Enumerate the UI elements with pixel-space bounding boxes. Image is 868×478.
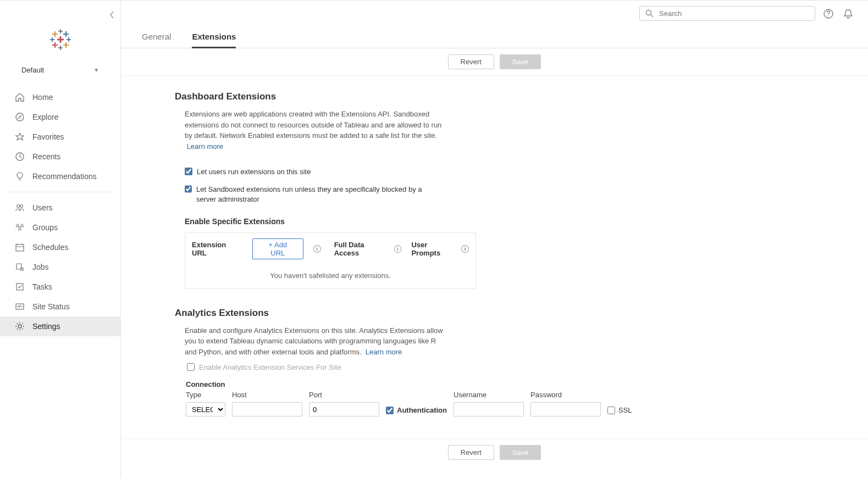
groups-icon <box>15 223 25 232</box>
let-sandboxed-run-label: Let Sandboxed extensions run unless they… <box>196 185 427 204</box>
let-sandboxed-run[interactable]: Let Sandboxed extensions run unless they… <box>185 185 427 204</box>
nav-divider <box>7 192 114 192</box>
site-selector[interactable]: Default ▼ <box>0 62 120 84</box>
ssl-toggle[interactable]: SSL <box>607 406 632 416</box>
enable-analytics-services-checkbox[interactable] <box>187 363 195 371</box>
extensions-table-header: Extension URL + Add URL i Full Data Acce… <box>185 233 476 265</box>
connection-username-field: Username <box>454 391 524 416</box>
username-label: Username <box>454 391 524 399</box>
extensions-table: Extension URL + Add URL i Full Data Acce… <box>185 232 476 289</box>
nav-schedules[interactable]: Schedules <box>0 237 120 257</box>
connection-row: Type SELECT Host Port Authentication <box>186 391 671 416</box>
col-extension-url: Extension URL <box>192 241 242 257</box>
nav-explore[interactable]: Explore <box>0 107 120 127</box>
info-icon[interactable]: i <box>461 245 469 253</box>
nav-groups[interactable]: Groups <box>0 218 120 237</box>
nav-home-label: Home <box>32 93 53 102</box>
gear-icon <box>15 321 25 331</box>
host-label: Host <box>232 391 302 399</box>
users-icon <box>15 203 25 213</box>
analytics-extensions-desc-text: Enable and configure Analytics Extension… <box>185 326 443 356</box>
search-icon <box>645 9 654 18</box>
nav-home[interactable]: Home <box>0 87 120 107</box>
add-url-button[interactable]: + Add URL <box>252 238 303 259</box>
col-extension-url-label: Extension URL <box>192 241 242 257</box>
nav-users[interactable]: Users <box>0 198 120 218</box>
nav-recents[interactable]: Recents <box>0 147 120 166</box>
svg-point-34 <box>646 10 651 15</box>
revert-button-bottom[interactable]: Revert <box>448 445 494 460</box>
svg-point-22 <box>20 205 23 208</box>
nav-tasks[interactable]: Tasks <box>0 277 120 297</box>
nav-recommendations[interactable]: Recommendations <box>0 166 120 186</box>
home-icon <box>15 92 25 102</box>
topbar <box>121 1 868 26</box>
nav-tasks-label: Tasks <box>32 282 52 291</box>
analytics-learn-more-link[interactable]: Learn more <box>366 348 402 356</box>
dashboard-learn-more-link[interactable]: Learn more <box>187 142 223 151</box>
svg-rect-26 <box>16 244 24 251</box>
ssl-checkbox[interactable] <box>607 407 615 414</box>
nav-site-status[interactable]: Site Status <box>0 297 120 316</box>
col-user-prompts: User Prompts i <box>411 241 469 257</box>
authentication-checkbox[interactable] <box>386 407 394 414</box>
actionbar-top: Revert Save <box>121 48 868 76</box>
type-label: Type <box>186 391 225 399</box>
let-sandboxed-run-checkbox[interactable] <box>185 185 192 193</box>
username-input[interactable] <box>454 402 524 416</box>
let-users-run-extensions[interactable]: Let users run extensions on this site <box>185 167 427 177</box>
tab-extensions[interactable]: Extensions <box>192 32 236 48</box>
nav-jobs-label: Jobs <box>32 263 49 271</box>
dashboard-extensions-title: Dashboard Extensions <box>175 91 671 102</box>
collapse-sidebar-icon[interactable] <box>109 10 115 19</box>
jobs-icon <box>15 262 25 272</box>
password-label: Password <box>530 391 601 399</box>
actionbar-bottom: Revert Save <box>121 438 868 466</box>
site-name: Default <box>21 66 44 74</box>
enable-specific-extensions-title: Enable Specific Extensions <box>185 217 671 226</box>
app-logo <box>0 1 120 62</box>
authentication-toggle[interactable]: Authentication <box>386 406 447 416</box>
compass-icon <box>15 112 25 122</box>
svg-point-37 <box>828 15 829 16</box>
search-box[interactable] <box>639 6 815 21</box>
save-button-bottom[interactable]: Save <box>500 445 541 460</box>
authentication-label: Authentication <box>397 406 447 414</box>
nav-settings[interactable]: Settings <box>0 316 120 336</box>
save-button[interactable]: Save <box>500 54 541 69</box>
enable-analytics-services[interactable]: Enable Analytics Extension Services For … <box>187 363 429 373</box>
main: General Extensions Revert Save Dashboard… <box>121 1 868 478</box>
connection-host-field: Host <box>232 391 302 416</box>
password-input[interactable] <box>530 402 601 416</box>
svg-point-33 <box>18 325 21 328</box>
svg-point-23 <box>16 224 19 226</box>
help-button[interactable] <box>822 7 835 20</box>
nav-recents-label: Recents <box>32 152 60 161</box>
chevron-down-icon: ▼ <box>93 67 99 73</box>
nav-jobs[interactable]: Jobs <box>0 257 120 277</box>
nav-status-label: Site Status <box>32 302 70 311</box>
star-icon <box>15 132 25 142</box>
nav-explore-label: Explore <box>32 113 58 121</box>
col-full-data-access: Full Data Access i <box>334 241 402 257</box>
svg-point-21 <box>17 205 20 208</box>
let-users-run-extensions-label: Let users run extensions on this site <box>197 167 311 177</box>
tab-general[interactable]: General <box>142 32 171 48</box>
search-input[interactable] <box>659 9 809 18</box>
svg-point-24 <box>21 224 23 226</box>
status-icon <box>15 302 25 312</box>
info-icon[interactable]: i <box>313 245 321 253</box>
notifications-button[interactable] <box>842 7 855 20</box>
host-input[interactable] <box>232 402 302 416</box>
info-icon[interactable]: i <box>394 245 402 253</box>
nav-settings-label: Settings <box>32 322 60 331</box>
type-select[interactable]: SELECT <box>186 402 225 416</box>
revert-button[interactable]: Revert <box>448 54 494 69</box>
ssl-label: SSL <box>618 406 632 414</box>
tabs: General Extensions <box>121 26 868 48</box>
nav-favorites[interactable]: Favorites <box>0 127 120 147</box>
nav-recommendations-label: Recommendations <box>32 172 97 181</box>
bulb-icon <box>15 171 25 181</box>
let-users-run-extensions-checkbox[interactable] <box>185 168 192 175</box>
port-input[interactable] <box>309 402 379 416</box>
